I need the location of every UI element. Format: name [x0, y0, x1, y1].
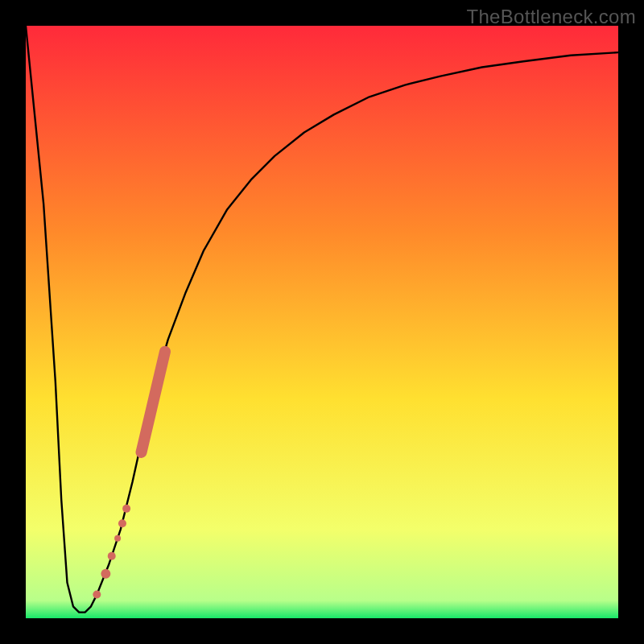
plot-area: [26, 26, 618, 618]
chart-svg: [26, 26, 618, 618]
chart-frame: TheBottleneck.com: [0, 0, 644, 644]
gradient-bg: [26, 26, 618, 618]
marker-dot: [118, 519, 126, 527]
marker-dot: [122, 505, 130, 513]
marker-dot: [114, 535, 121, 542]
marker-dot: [93, 591, 101, 599]
marker-dot: [108, 552, 116, 560]
marker-dot: [101, 569, 110, 579]
watermark-text: TheBottleneck.com: [466, 6, 636, 28]
